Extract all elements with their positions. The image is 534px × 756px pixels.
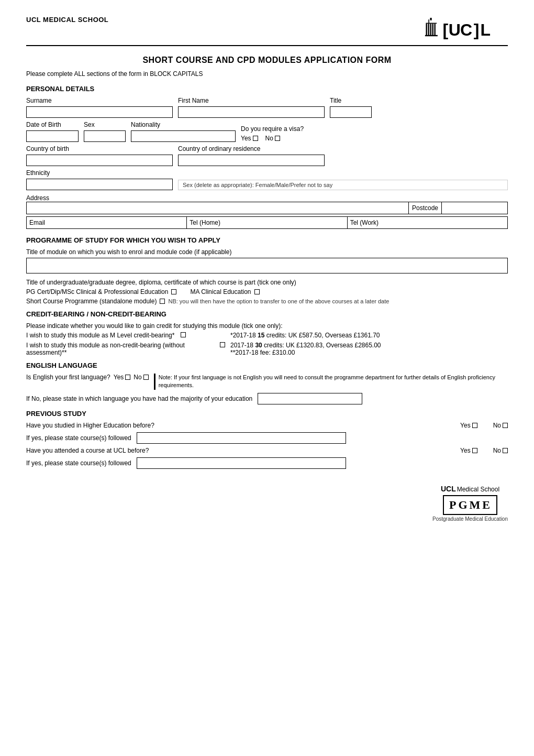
prev-q2-no-option[interactable]: No [493, 447, 508, 454]
sex-field[interactable] [84, 130, 126, 142]
prev-q1-yes-checkbox[interactable] [472, 423, 477, 428]
svg-rect-8 [425, 35, 438, 36]
english-no-checkbox[interactable] [143, 375, 149, 380]
english-no-option[interactable]: No [134, 374, 148, 381]
intro-text: Please complete ALL sections of the form… [26, 70, 508, 78]
english-lang-field[interactable] [258, 393, 362, 404]
surname-field[interactable] [26, 106, 173, 118]
visa-no-option[interactable]: No [265, 135, 280, 142]
english-ifno-label: If No, please state in which language yo… [26, 395, 252, 402]
english-heading: ENGLISH LANGUAGE [26, 361, 508, 369]
dob-group: Date of Birth [26, 121, 79, 142]
prev-q1-no-label: No [493, 422, 501, 429]
ethnicity-label: Ethnicity [26, 169, 173, 177]
country-res-field[interactable] [178, 155, 325, 166]
credit-option2-label: I wish to study this module as non-credi… [26, 342, 214, 356]
prog-option1-label: PG Cert/Dip/MSc Clinical & Professional … [26, 288, 168, 295]
visa-label: Do you require a visa? [241, 125, 304, 133]
telwork-part: Tel (Work) [348, 217, 507, 228]
visa-yes-label: Yes [241, 135, 251, 142]
firstname-label: First Name [178, 97, 325, 104]
telhome-label: Tel (Home) [190, 219, 220, 226]
credit-option2-fee: **2017-18 fee: £310.00 [230, 349, 508, 356]
prev-q2-course-label: If yes, please state course(s) followed [26, 459, 131, 467]
country-res-label: Country of ordinary residence [178, 145, 325, 152]
svg-text:]: ] [474, 20, 480, 39]
visa-yes-checkbox[interactable] [253, 136, 258, 141]
credit-option2-note: 2017-18 30 credits: UK £1320.83, Oversea… [230, 342, 508, 356]
svg-rect-3 [426, 24, 427, 35]
prog-option3-label: Short Course Programme (standalone modul… [26, 298, 157, 305]
programme-heading: PROGRAMME OF STUDY FOR WHICH YOU WISH TO… [26, 236, 508, 244]
prev-q2-course-field[interactable] [137, 457, 346, 469]
svg-rect-1 [428, 19, 429, 24]
credit-15-bold: 15 [258, 332, 264, 339]
ethnicity-field[interactable] [26, 179, 173, 190]
pgme-m: M [470, 498, 482, 512]
ethnicity-row: Ethnicity Sex (delete as appropriate): F… [26, 169, 508, 190]
english-row: Is English your first language? Yes No N… [26, 374, 508, 390]
pgme-box: P G M E [443, 495, 497, 515]
svg-rect-7 [434, 24, 435, 35]
form-title: SHORT COURSE AND CPD MODULES APPLICATION… [26, 56, 508, 65]
credit-option2-checkbox[interactable] [220, 342, 225, 347]
country-row: Country of birth Country of ordinary res… [26, 145, 508, 166]
prev-q2-label: Have you attended a course at UCL before… [26, 447, 149, 454]
prev-study-heading: PREVIOUS STUDY [26, 410, 508, 418]
school-title: UCL MEDICAL SCHOOL [26, 16, 108, 24]
email-label: Email [29, 219, 45, 226]
dob-field[interactable] [26, 130, 79, 142]
pgme-subtitle: Postgraduate Medical Education [432, 516, 508, 522]
nationality-group: Nationality [131, 121, 236, 142]
bottom-logo: UCL Medical School P G M E Postgraduate … [26, 485, 508, 522]
address-main-field[interactable] [27, 202, 409, 214]
country-res-group: Country of ordinary residence [178, 145, 325, 166]
english-yes-option[interactable]: Yes [114, 374, 131, 381]
postcode-inner: Postcode [409, 202, 507, 214]
postcode-field[interactable] [441, 202, 504, 214]
medical-school-text: Medical School [457, 486, 499, 493]
contact-row: Email Tel (Home) Tel (Work) [26, 216, 508, 229]
email-part: Email [27, 217, 187, 228]
bottom-logo-inner: UCL Medical School P G M E Postgraduate … [432, 485, 508, 522]
degree-label: Title of undergraduate/graduate degree, … [26, 279, 508, 286]
prev-q1-label: Have you studied in Higher Education bef… [26, 422, 154, 429]
prev-q1-no-checkbox[interactable] [503, 423, 508, 428]
dob-label: Date of Birth [26, 121, 79, 128]
ucl-text: UCL [441, 485, 456, 493]
firstname-group: First Name [178, 97, 325, 118]
prev-q1-course-field[interactable] [137, 432, 346, 444]
nationality-field[interactable] [131, 130, 236, 142]
prev-q1-no-option[interactable]: No [493, 422, 508, 429]
credit-row-2: I wish to study this module as non-credi… [26, 342, 508, 356]
personal-details-heading: PERSONAL DETAILS [26, 85, 508, 93]
title-group: Title [330, 97, 372, 118]
address-label: Address [26, 194, 49, 202]
title-field[interactable] [330, 106, 372, 118]
credit-row-1: I wish to study this module as M Level c… [26, 332, 508, 339]
visa-yes-option[interactable]: Yes [241, 135, 258, 142]
credit-option1-checkbox[interactable] [181, 332, 186, 337]
credit-option2-left: I wish to study this module as non-credi… [26, 342, 225, 356]
pgme-g: G [458, 498, 468, 512]
prev-q1-row: Have you studied in Higher Education bef… [26, 422, 508, 429]
prog-option2-checkbox[interactable] [254, 289, 260, 294]
visa-no-checkbox[interactable] [275, 136, 280, 141]
prog-option1-checkbox[interactable] [171, 289, 176, 294]
visa-options: Yes No [241, 135, 304, 142]
english-yes-checkbox[interactable] [125, 375, 130, 380]
prev-q2-yes-option[interactable]: Yes [460, 447, 477, 454]
prev-q2-no-checkbox[interactable] [503, 448, 508, 453]
english-note: Note: If your first language is not Engl… [154, 374, 508, 390]
pgme-e: E [482, 498, 491, 512]
country-birth-field[interactable] [26, 155, 173, 166]
prev-q1-yes-option[interactable]: Yes [460, 422, 477, 429]
module-field[interactable] [26, 258, 508, 273]
english-question-group: Is English your first language? Yes No [26, 374, 149, 381]
firstname-field[interactable] [178, 106, 325, 118]
prog-option3-checkbox[interactable] [160, 299, 165, 304]
english-yes-label: Yes [114, 374, 124, 381]
prev-q2-yes-checkbox[interactable] [472, 448, 477, 453]
credit-30-bold: 30 [255, 342, 262, 349]
credit-heading: CREDIT-BEARING / NON-CREDIT-BEARING [26, 310, 508, 318]
